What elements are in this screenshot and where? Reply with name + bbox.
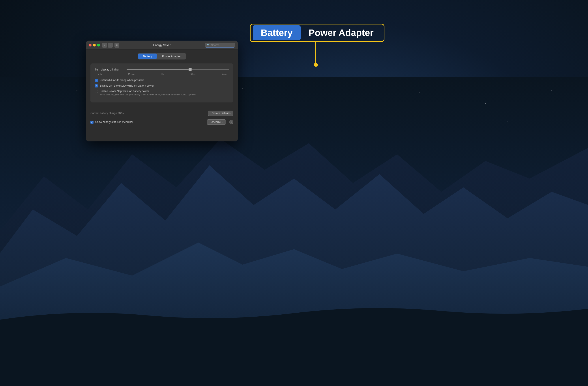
svg-point-9 [551, 90, 552, 91]
slider-track-wrapper[interactable] [126, 67, 229, 72]
checkbox-power-nap[interactable] [95, 90, 98, 93]
svg-point-16 [441, 110, 441, 111]
checkbox-power-nap-label: Enable Power Nap while on battery power [100, 90, 196, 93]
search-icon: 🔍 [207, 44, 210, 46]
titlebar: ‹ › ⠿ Energy Saver 🔍 [86, 41, 238, 50]
checkbox-dim-display-label: Slightly dim the display while on batter… [100, 84, 154, 87]
svg-point-11 [66, 117, 66, 117]
svg-point-1 [44, 99, 44, 99]
checkbox-row-dim-display: Slightly dim the display while on batter… [95, 84, 229, 87]
search-input[interactable] [211, 44, 233, 47]
slider-ticks: 1 min 15 min 1 hr 3 hrs Never [95, 73, 229, 76]
back-button[interactable]: ‹ [102, 43, 107, 48]
checkbox-row-power-nap: Enable Power Nap while on battery power … [95, 90, 229, 96]
tick-15min: 15 min [128, 73, 135, 76]
slider-label: Turn display off after: [95, 68, 124, 71]
svg-point-6 [331, 97, 331, 97]
svg-point-2 [77, 90, 77, 91]
schedule-button[interactable]: Schedule... [207, 119, 226, 125]
checkbox-dim-display[interactable] [95, 84, 98, 87]
svg-point-10 [21, 121, 22, 122]
checkbox-hard-disks-label: Put hard disks to sleep when possible [100, 79, 144, 82]
help-button[interactable]: ? [229, 120, 233, 124]
tick-3hrs: 3 hrs [190, 73, 195, 76]
tick-1hr: 1 hr [161, 73, 164, 76]
tick-1min: 1 min [96, 73, 102, 76]
bottom-bar: Current battery charge: 34% Restore Defa… [86, 109, 238, 118]
forward-button[interactable]: › [108, 43, 113, 48]
restore-defaults-button[interactable]: Restore Defaults [208, 111, 233, 116]
display-sleep-slider-row: Turn display off after: [95, 67, 229, 72]
seg-wrapper: Battery Power Adapter [138, 53, 186, 59]
checkbox-row-hard-disks: Put hard disks to sleep when possible [95, 79, 229, 82]
traffic-lights [89, 44, 100, 46]
minimize-button[interactable] [93, 44, 96, 46]
show-battery-row: Show battery status in menu bar Schedule… [86, 118, 238, 127]
checkbox-hard-disks[interactable] [95, 79, 98, 82]
slider-thumb[interactable] [189, 68, 192, 72]
checkbox-show-battery[interactable] [90, 121, 94, 124]
tab-power-adapter[interactable]: Power Adapter [157, 54, 186, 59]
search-box[interactable]: 🔍 [205, 43, 235, 48]
settings-panel: Turn display off after: 1 min 15 min 1 h… [90, 63, 233, 102]
svg-point-15 [353, 116, 353, 117]
grid-view-button[interactable]: ⠿ [114, 43, 119, 48]
svg-point-17 [507, 121, 508, 122]
energy-saver-window: ‹ › ⠿ Energy Saver 🔍 Battery Power Adapt… [86, 41, 238, 141]
close-button[interactable] [89, 44, 91, 46]
window-title: Energy Saver [153, 43, 171, 47]
svg-point-8 [485, 103, 486, 104]
content-area: Battery Power Adapter Turn display off a… [86, 50, 238, 109]
tick-never: Never [221, 73, 227, 76]
svg-point-7 [419, 92, 420, 93]
slider-fill [126, 69, 190, 70]
battery-charge-label: Current battery charge: 34% [90, 112, 124, 115]
slider-track [126, 69, 229, 70]
svg-point-14 [264, 108, 265, 108]
show-battery-label: Show battery status in menu bar [95, 120, 133, 124]
segmented-control: Battery Power Adapter [90, 53, 233, 59]
maximize-button[interactable] [97, 44, 100, 46]
checkbox-power-nap-subtext: While sleeping, your Mac can periodicall… [100, 93, 196, 96]
nav-buttons: ‹ › ⠿ [102, 43, 119, 48]
tab-battery[interactable]: Battery [138, 54, 157, 59]
svg-point-5 [242, 88, 243, 89]
